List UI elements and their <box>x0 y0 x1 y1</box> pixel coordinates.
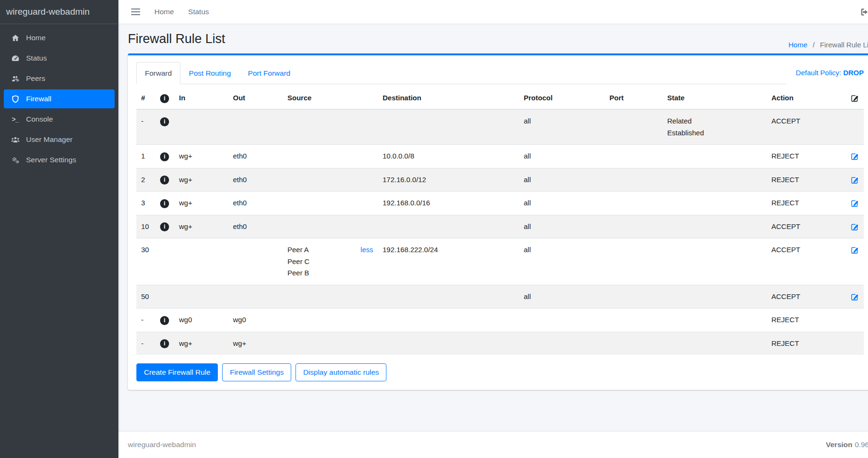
rule-info-cell: i <box>155 109 174 145</box>
info-icon[interactable]: i <box>160 316 169 325</box>
rule-action: REJECT <box>767 168 843 192</box>
sidebar-item-home[interactable]: Home <box>4 28 115 47</box>
nav-link-home[interactable]: Home <box>154 8 174 16</box>
rule-info-cell: i <box>155 332 174 355</box>
rule-destination <box>378 308 519 332</box>
rule-number: 10 <box>136 215 155 238</box>
breadcrumb-current: Firewall Rule List <box>820 41 868 49</box>
rule-number: 2 <box>136 168 155 192</box>
sidebar-item-peers[interactable]: Peers <box>4 69 115 88</box>
sidebar-item-user-manager[interactable]: User Manager <box>4 130 115 149</box>
tab-port-forward[interactable]: Port Forward <box>240 62 299 84</box>
rule-out-interface: eth0 <box>228 215 283 238</box>
info-icon[interactable]: i <box>160 222 169 231</box>
info-column-icon: i <box>160 94 169 103</box>
create-firewall-rule-button[interactable]: Create Firewall Rule <box>136 363 218 381</box>
rule-destination <box>378 285 519 308</box>
info-icon[interactable]: i <box>160 117 169 126</box>
rule-edit-cell <box>843 332 864 355</box>
display-automatic-rules-button[interactable]: Display automatic rules <box>295 363 386 381</box>
rule-action: REJECT <box>767 308 843 332</box>
edit-rule-button[interactable] <box>850 150 859 162</box>
rule-source <box>283 109 378 145</box>
table-body: -iallRelatedEstablishedACCEPT1iwg+eth010… <box>136 109 864 355</box>
rule-edit-cell <box>843 109 864 145</box>
rule-state <box>662 145 767 168</box>
col-header-state: State <box>662 87 767 109</box>
rule-edit-cell <box>843 285 864 308</box>
firewall-settings-button[interactable]: Firewall Settings <box>222 363 291 381</box>
edit-rule-button[interactable] <box>850 291 859 303</box>
sidebar-item-console[interactable]: >_Console <box>4 110 115 129</box>
breadcrumb-home-link[interactable]: Home <box>788 41 807 49</box>
less-link[interactable]: less <box>360 244 373 256</box>
sidebar-item-label: Status <box>26 54 47 62</box>
gauge-icon <box>9 54 21 63</box>
rule-protocol: all <box>519 145 605 168</box>
rule-row: 30Peer APeer CPeer Bless192.168.222.0/24… <box>136 238 864 285</box>
breadcrumb: Home / Firewall Rule List <box>788 41 868 49</box>
rule-state: RelatedEstablished <box>662 109 767 145</box>
brand-link[interactable]: wireguard-webadmin <box>0 0 118 24</box>
rule-in-interface: wg+ <box>174 215 228 238</box>
tab-forward[interactable]: Forward <box>136 62 180 84</box>
sidebar-item-server-settings[interactable]: Server Settings <box>4 150 115 169</box>
table-header-row: #iInOutSourceDestinationProtocolPortStat… <box>136 87 864 109</box>
nav-link-status[interactable]: Status <box>188 8 209 16</box>
rule-source <box>283 215 378 238</box>
rule-out-interface <box>228 285 283 308</box>
rule-state <box>662 192 767 215</box>
logout-icon[interactable] <box>859 7 868 18</box>
rule-source <box>283 145 378 168</box>
sidebar-item-status[interactable]: Status <box>4 49 115 68</box>
col-header-source: Source <box>283 87 378 109</box>
rule-in-interface: wg0 <box>174 308 228 332</box>
edit-rule-button[interactable] <box>850 197 859 209</box>
rule-destination <box>378 215 519 238</box>
terminal-icon: >_ <box>9 115 21 123</box>
rule-port <box>605 308 662 332</box>
info-icon[interactable]: i <box>160 199 169 208</box>
rule-port <box>605 145 662 168</box>
rule-action: REJECT <box>767 332 843 355</box>
rule-number: 1 <box>136 145 155 168</box>
rule-in-interface <box>174 238 228 285</box>
rule-info-cell: i <box>155 215 174 238</box>
edit-rule-button[interactable] <box>850 244 859 256</box>
rule-in-interface: wg+ <box>174 192 228 215</box>
rule-source <box>283 168 378 192</box>
rule-row: 50allACCEPT <box>136 285 864 308</box>
col-header-col: # <box>136 87 155 109</box>
menu-toggle-icon[interactable] <box>131 11 140 13</box>
info-icon[interactable]: i <box>160 339 169 348</box>
sidebar-item-label: Firewall <box>26 95 51 103</box>
default-policy-label: Default Policy: <box>796 69 841 77</box>
rule-info-cell: i <box>155 308 174 332</box>
rule-number: - <box>136 332 155 355</box>
footer: wireguard-webadmin Version0.960 <box>118 431 868 458</box>
footer-brand: wireguard-webadmin <box>128 440 196 449</box>
sidebar-nav: HomeStatusPeersFirewall>_ConsoleUser Man… <box>0 24 118 169</box>
rule-state <box>662 168 767 192</box>
rule-out-interface: wg+ <box>228 332 283 355</box>
rule-edit-cell <box>843 308 864 332</box>
rule-source <box>283 308 378 332</box>
default-policy-link[interactable]: Default Policy: DROP <box>787 69 864 77</box>
edit-rule-button[interactable] <box>850 174 859 186</box>
col-header-destination: Destination <box>378 87 519 109</box>
rule-in-interface: wg+ <box>174 168 228 192</box>
tab-post-routing[interactable]: Post Routing <box>180 62 240 84</box>
rule-action: REJECT <box>767 192 843 215</box>
rule-action: ACCEPT <box>767 238 843 285</box>
edit-rule-button[interactable] <box>850 221 859 233</box>
source-peer-list: Peer APeer CPeer B <box>287 244 310 279</box>
rule-info-cell <box>155 238 174 285</box>
rule-port <box>605 168 662 192</box>
info-icon[interactable]: i <box>160 176 169 185</box>
sidebar-item-firewall[interactable]: Firewall <box>4 89 115 108</box>
peer-name: Peer C <box>287 256 310 268</box>
rule-destination: 10.0.0.0/8 <box>378 145 519 168</box>
info-icon[interactable]: i <box>160 152 169 161</box>
sidebar-item-label: User Manager <box>26 135 72 144</box>
col-header-in: In <box>174 87 228 109</box>
